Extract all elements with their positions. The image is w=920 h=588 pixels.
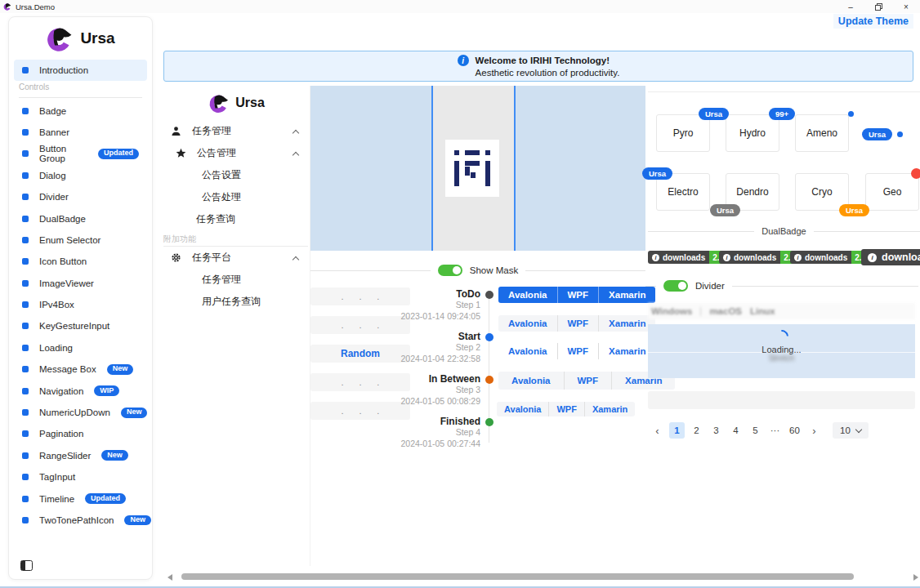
irihi-logo [445, 140, 499, 197]
sidebar: Ursa Introduction Controls Badge Banner … [8, 16, 153, 580]
sidebar-item-imageviewer[interactable]: ImageViewer [14, 273, 147, 294]
page-size-dropdown[interactable]: 10 [833, 422, 869, 439]
horizontal-scrollbar[interactable] [163, 572, 920, 582]
timeline-item-start: Start Step 2 2024-01-04 22:32:58 [351, 331, 480, 364]
page-button-1[interactable]: 1 [669, 422, 685, 439]
menu-item-notice-processing[interactable]: 公告处理 [163, 186, 310, 208]
sidebar-item-timeline[interactable]: TimelineUpdated [14, 488, 147, 509]
close-button[interactable]: × [892, 0, 920, 13]
windows-button[interactable]: Windows [651, 306, 692, 316]
menu-item-user-task-query[interactable]: 用户任务查询 [163, 291, 310, 313]
sidebar-item-twotonepathicon[interactable]: TwoTonePathIconNew [14, 510, 147, 531]
wpf-button[interactable]: WPF [557, 315, 599, 332]
avalonia-button[interactable]: Avalonia [498, 315, 557, 332]
wpf-button[interactable]: WPF [557, 287, 599, 303]
avalonia-button[interactable]: Avalonia [497, 402, 548, 416]
sidebar-item-navigation[interactable]: NavigationWIP [14, 380, 147, 401]
page-button-3[interactable]: 3 [708, 422, 724, 439]
macos-button[interactable]: macOS [709, 306, 742, 316]
page-ellipsis[interactable]: ··· [767, 422, 783, 439]
next-page-button[interactable]: › [806, 422, 822, 439]
avalonia-button[interactable]: Avalonia [498, 287, 557, 303]
sidebar-item-pagination[interactable]: Pagination [14, 423, 147, 444]
sidebar-item-badge[interactable]: Badge [14, 100, 147, 121]
menu-item-notice-management[interactable]: 公告管理 [163, 142, 310, 164]
linux-button[interactable]: Linux [750, 306, 775, 316]
sidebar-item-keygestureinput[interactable]: KeyGestureInput [14, 315, 147, 336]
sidebar-collapse-icon[interactable] [20, 560, 33, 571]
sidebar-item-dualbadge[interactable]: DualBadge [14, 207, 147, 229]
chevron-up-icon [293, 152, 299, 158]
wpf-button[interactable]: WPF [557, 343, 599, 359]
dot-badge [848, 111, 854, 117]
timeline-item-in-between: In Between Step 3 2024-01-05 00:08:29 [351, 373, 480, 407]
bullet-icon [22, 216, 29, 222]
bullet-icon [22, 430, 29, 437]
sidebar-item-button-group[interactable]: Button GroupUpdated [14, 143, 147, 164]
sidebar-item-numericupdown[interactable]: NumericUpDownNew [14, 402, 147, 423]
badge-card-hydro: Hydro [726, 114, 779, 152]
scrollbar-thumb[interactable] [181, 573, 854, 580]
page-button-4[interactable]: 4 [728, 422, 744, 439]
scroll-right-icon[interactable] [913, 574, 918, 581]
update-theme-button[interactable]: Update Theme [833, 14, 913, 29]
prev-page-button[interactable]: ‹ [650, 422, 665, 439]
avalonia-button[interactable]: Avalonia [498, 343, 557, 359]
status-badge: New [101, 450, 128, 461]
status-badge: WIP [94, 385, 119, 396]
sidebar-item-enum-selector[interactable]: Enum Selector [14, 229, 147, 251]
sidebar-item-introduction[interactable]: Introduction [14, 60, 147, 81]
page-button-2[interactable]: 2 [689, 422, 704, 439]
sidebar-item-taginput[interactable]: TagInput [14, 466, 147, 488]
bullet-icon [22, 345, 29, 351]
star-icon [175, 148, 187, 158]
menu-item-task-query[interactable]: 任务查询 [163, 208, 310, 230]
menu-item-task-management-2[interactable]: 任务管理 [163, 269, 310, 291]
status-badge: New [124, 515, 151, 526]
gear-icon [170, 252, 182, 263]
xamarin-button[interactable]: Xamarin [598, 315, 655, 332]
sidebar-item-banner[interactable]: Banner [14, 122, 147, 143]
ursa-logo-icon [46, 24, 74, 52]
divider-line [525, 270, 645, 271]
sidebar-logo: Ursa [9, 17, 152, 60]
maximize-button[interactable] [864, 0, 892, 13]
timeline-dot [485, 418, 493, 426]
sidebar-item-dialog[interactable]: Dialog [14, 165, 147, 186]
show-mask-row: Show Mask [310, 262, 645, 278]
sidebar-item-rangeslider[interactable]: RangeSliderNew [14, 445, 147, 466]
sidebar-section-controls: Controls [19, 82, 142, 98]
status-badge: New [121, 408, 148, 418]
menu-logo: Ursa [163, 86, 310, 120]
bullet-icon [22, 323, 29, 329]
minimize-button[interactable]: – [837, 0, 864, 13]
xamarin-button[interactable]: Xamarin [584, 402, 635, 416]
wpf-button[interactable]: WPF [564, 372, 612, 390]
sidebar-item-loading[interactable]: Loading [14, 337, 147, 359]
bullet-icon [22, 150, 29, 157]
divider-toggle[interactable] [663, 280, 688, 292]
show-mask-label: Show Mask [470, 265, 518, 275]
wpf-button[interactable]: WPF [548, 402, 583, 416]
menu-item-task-platform[interactable]: 任务平台 [163, 247, 310, 269]
avalonia-button[interactable]: Avalonia [498, 372, 564, 390]
show-mask-toggle[interactable] [438, 265, 462, 276]
info-icon: i [652, 254, 659, 261]
empty-bar [648, 391, 915, 409]
page-button-60[interactable]: 60 [787, 422, 802, 439]
person-icon [170, 126, 182, 136]
ursa-badge: Ursa [642, 167, 672, 180]
menu-item-task-management[interactable]: 任务管理 [163, 120, 310, 142]
xamarin-button[interactable]: Xamarin [598, 343, 655, 359]
sidebar-item-icon-button[interactable]: Icon Button [14, 251, 147, 272]
button-group-solid: Avalonia WPF Xamarin [498, 287, 655, 303]
image-viewer[interactable] [310, 86, 645, 251]
sidebar-item-divider[interactable]: Divider [14, 186, 147, 207]
scroll-left-icon[interactable] [167, 574, 172, 581]
sidebar-item-ipv4box[interactable]: IPv4Box [14, 294, 147, 315]
page-button-5[interactable]: 5 [748, 422, 763, 439]
welcome-banner: i Welcome to IRIHI Technology! Aesthetic… [163, 51, 913, 82]
sidebar-item-message-box[interactable]: Message BoxNew [14, 359, 147, 380]
menu-item-notice-settings[interactable]: 公告设置 [163, 164, 310, 186]
bullet-icon [22, 496, 29, 502]
